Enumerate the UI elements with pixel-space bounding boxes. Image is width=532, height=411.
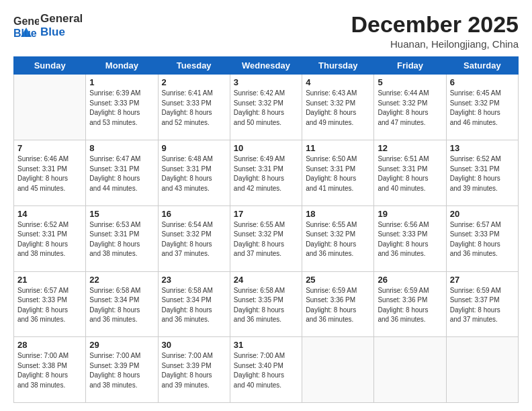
weekday-saturday: Saturday (446, 57, 518, 75)
day-info: Sunrise: 6:45 AMSunset: 3:32 PMDaylight:… (450, 89, 515, 128)
day-info: Sunrise: 6:52 AMSunset: 3:31 PMDaylight:… (17, 220, 82, 259)
day-number: 17 (234, 209, 298, 219)
logo: General Blue General Blue (13, 12, 83, 40)
calendar-cell (374, 337, 446, 403)
calendar-cell: 30Sunrise: 7:00 AMSunset: 3:39 PMDayligh… (158, 337, 230, 403)
weekday-friday: Friday (374, 57, 446, 75)
day-number: 23 (162, 275, 226, 285)
day-info: Sunrise: 6:52 AMSunset: 3:31 PMDaylight:… (450, 154, 515, 193)
calendar-cell: 10Sunrise: 6:49 AMSunset: 3:31 PMDayligh… (230, 140, 302, 206)
day-info: Sunrise: 6:57 AMSunset: 3:33 PMDaylight:… (17, 286, 82, 325)
day-info: Sunrise: 6:48 AMSunset: 3:31 PMDaylight:… (162, 154, 226, 193)
calendar-cell: 11Sunrise: 6:50 AMSunset: 3:31 PMDayligh… (302, 140, 374, 206)
day-info: Sunrise: 7:00 AMSunset: 3:39 PMDaylight:… (162, 351, 226, 390)
week-row-2: 7Sunrise: 6:46 AMSunset: 3:31 PMDaylight… (14, 140, 519, 206)
header: General Blue General Blue December 2025 … (13, 12, 519, 50)
day-number: 3 (234, 77, 298, 87)
calendar-cell: 1Sunrise: 6:39 AMSunset: 3:33 PMDaylight… (86, 75, 158, 140)
logo-icon: General Blue (13, 13, 39, 38)
day-info: Sunrise: 7:00 AMSunset: 3:39 PMDaylight:… (89, 351, 154, 390)
weekday-header-row: SundayMondayTuesdayWednesdayThursdayFrid… (14, 57, 519, 75)
svg-text:Blue: Blue (13, 28, 37, 38)
day-number: 29 (89, 340, 154, 350)
calendar-table: SundayMondayTuesdayWednesdayThursdayFrid… (13, 56, 519, 403)
day-info: Sunrise: 6:59 AMSunset: 3:36 PMDaylight:… (378, 286, 442, 325)
calendar-cell: 18Sunrise: 6:55 AMSunset: 3:32 PMDayligh… (302, 205, 374, 271)
day-number: 19 (378, 209, 442, 219)
day-info: Sunrise: 6:49 AMSunset: 3:31 PMDaylight:… (234, 154, 298, 193)
day-number: 31 (234, 340, 298, 350)
day-number: 28 (17, 340, 82, 350)
title-block: December 2025 Huanan, Heilongjiang, Chin… (351, 12, 519, 50)
day-number: 7 (17, 143, 82, 153)
calendar-cell: 17Sunrise: 6:55 AMSunset: 3:32 PMDayligh… (230, 205, 302, 271)
day-info: Sunrise: 6:39 AMSunset: 3:33 PMDaylight:… (89, 89, 154, 128)
day-number: 26 (378, 275, 442, 285)
calendar-cell: 16Sunrise: 6:54 AMSunset: 3:32 PMDayligh… (158, 205, 230, 271)
svg-text:General: General (13, 15, 39, 27)
day-number: 27 (450, 275, 515, 285)
logo-blue: Blue (40, 26, 83, 39)
calendar-cell: 28Sunrise: 7:00 AMSunset: 3:38 PMDayligh… (14, 337, 86, 403)
calendar-cell: 5Sunrise: 6:44 AMSunset: 3:32 PMDaylight… (374, 75, 446, 140)
day-info: Sunrise: 6:44 AMSunset: 3:32 PMDaylight:… (378, 89, 442, 128)
calendar-cell: 9Sunrise: 6:48 AMSunset: 3:31 PMDaylight… (158, 140, 230, 206)
calendar-cell: 20Sunrise: 6:57 AMSunset: 3:33 PMDayligh… (446, 205, 518, 271)
calendar-cell: 6Sunrise: 6:45 AMSunset: 3:32 PMDaylight… (446, 75, 518, 140)
calendar-cell: 23Sunrise: 6:58 AMSunset: 3:34 PMDayligh… (158, 271, 230, 337)
day-info: Sunrise: 6:59 AMSunset: 3:36 PMDaylight:… (306, 286, 370, 325)
day-number: 18 (306, 209, 370, 219)
week-row-4: 21Sunrise: 6:57 AMSunset: 3:33 PMDayligh… (14, 271, 519, 337)
day-number: 20 (450, 209, 515, 219)
calendar-cell: 22Sunrise: 6:58 AMSunset: 3:34 PMDayligh… (86, 271, 158, 337)
day-number: 14 (17, 209, 82, 219)
day-number: 8 (89, 143, 154, 153)
weekday-sunday: Sunday (14, 57, 86, 75)
week-row-1: 1Sunrise: 6:39 AMSunset: 3:33 PMDaylight… (14, 75, 519, 140)
calendar-cell: 24Sunrise: 6:58 AMSunset: 3:35 PMDayligh… (230, 271, 302, 337)
logo-general: General (40, 12, 83, 26)
day-info: Sunrise: 6:47 AMSunset: 3:31 PMDaylight:… (89, 154, 154, 193)
day-info: Sunrise: 6:54 AMSunset: 3:32 PMDaylight:… (162, 220, 226, 259)
calendar-cell: 19Sunrise: 6:56 AMSunset: 3:33 PMDayligh… (374, 205, 446, 271)
day-info: Sunrise: 6:57 AMSunset: 3:33 PMDaylight:… (450, 220, 515, 259)
day-info: Sunrise: 6:50 AMSunset: 3:31 PMDaylight:… (306, 154, 370, 193)
day-info: Sunrise: 6:58 AMSunset: 3:35 PMDaylight:… (234, 286, 298, 325)
day-info: Sunrise: 7:00 AMSunset: 3:38 PMDaylight:… (17, 351, 82, 390)
day-number: 10 (234, 143, 298, 153)
page: General Blue General Blue December 2025 … (0, 0, 532, 411)
day-number: 22 (89, 275, 154, 285)
calendar-cell: 27Sunrise: 6:59 AMSunset: 3:37 PMDayligh… (446, 271, 518, 337)
day-info: Sunrise: 6:41 AMSunset: 3:33 PMDaylight:… (162, 89, 226, 128)
day-number: 2 (162, 77, 226, 87)
calendar-cell: 3Sunrise: 6:42 AMSunset: 3:32 PMDaylight… (230, 75, 302, 140)
calendar-cell: 4Sunrise: 6:43 AMSunset: 3:32 PMDaylight… (302, 75, 374, 140)
day-info: Sunrise: 6:43 AMSunset: 3:32 PMDaylight:… (306, 89, 370, 128)
calendar-cell (446, 337, 518, 403)
calendar-cell (302, 337, 374, 403)
day-number: 5 (378, 77, 442, 87)
calendar-cell: 29Sunrise: 7:00 AMSunset: 3:39 PMDayligh… (86, 337, 158, 403)
calendar-cell: 25Sunrise: 6:59 AMSunset: 3:36 PMDayligh… (302, 271, 374, 337)
calendar-cell (14, 75, 86, 140)
calendar-cell: 31Sunrise: 7:00 AMSunset: 3:40 PMDayligh… (230, 337, 302, 403)
day-number: 21 (17, 275, 82, 285)
week-row-5: 28Sunrise: 7:00 AMSunset: 3:38 PMDayligh… (14, 337, 519, 403)
day-info: Sunrise: 6:59 AMSunset: 3:37 PMDaylight:… (450, 286, 515, 325)
day-number: 1 (89, 77, 154, 87)
day-info: Sunrise: 6:51 AMSunset: 3:31 PMDaylight:… (378, 154, 442, 193)
day-info: Sunrise: 6:55 AMSunset: 3:32 PMDaylight:… (234, 220, 298, 259)
day-info: Sunrise: 6:46 AMSunset: 3:31 PMDaylight:… (17, 154, 82, 193)
day-number: 6 (450, 77, 515, 87)
calendar-cell: 14Sunrise: 6:52 AMSunset: 3:31 PMDayligh… (14, 205, 86, 271)
day-number: 11 (306, 143, 370, 153)
week-row-3: 14Sunrise: 6:52 AMSunset: 3:31 PMDayligh… (14, 205, 519, 271)
day-info: Sunrise: 6:56 AMSunset: 3:33 PMDaylight:… (378, 220, 442, 259)
calendar-cell: 21Sunrise: 6:57 AMSunset: 3:33 PMDayligh… (14, 271, 86, 337)
subtitle: Huanan, Heilongjiang, China (351, 38, 519, 50)
day-number: 24 (234, 275, 298, 285)
day-number: 13 (450, 143, 515, 153)
weekday-wednesday: Wednesday (230, 57, 302, 75)
calendar-cell: 2Sunrise: 6:41 AMSunset: 3:33 PMDaylight… (158, 75, 230, 140)
day-number: 4 (306, 77, 370, 87)
